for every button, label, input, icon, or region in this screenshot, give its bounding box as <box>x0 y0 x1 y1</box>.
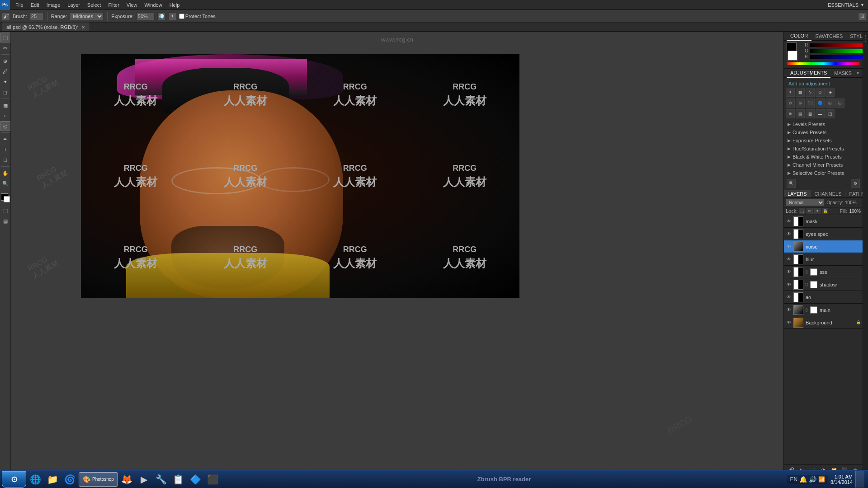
quick-mask-btn[interactable]: ⬚ <box>0 206 10 216</box>
taskbar-app8-icon[interactable]: 🔷 <box>188 471 204 488</box>
layer-background[interactable]: 👁 Background 🔒 <box>784 316 863 329</box>
adj-photo-btn[interactable]: 🔵 <box>816 99 825 108</box>
gradient-tool[interactable]: ▦ <box>0 100 10 110</box>
adj-search-btn[interactable]: 🔍 <box>787 179 796 188</box>
layer-main-visibility[interactable]: 👁 <box>786 307 792 313</box>
layer-eyes-spec-visibility[interactable]: 👁 <box>786 231 792 237</box>
screen-mode-btn[interactable]: ▤ <box>0 216 10 226</box>
dodge-tool[interactable]: ◎ <box>0 121 10 131</box>
range-select[interactable]: MidtonesShadowsHighlights <box>70 12 104 20</box>
layer-blur-visibility[interactable]: 👁 <box>786 256 792 263</box>
adj-mixer-btn[interactable]: ⊞ <box>826 99 835 108</box>
layer-noise-visibility[interactable]: 👁 <box>786 244 792 250</box>
color-tab[interactable]: COLOR <box>787 32 811 41</box>
background-swatch[interactable] <box>788 51 797 61</box>
tab-close[interactable]: ✕ <box>81 25 85 30</box>
shape-tool[interactable]: □ <box>0 155 10 165</box>
adj-threshold-btn[interactable]: ▧ <box>806 109 815 118</box>
layer-shadow[interactable]: 👁 ⬡ shadow <box>784 278 863 291</box>
exposure-presets-item[interactable]: ▶ Exposure Presets <box>786 136 861 145</box>
taskbar-firefox-icon[interactable]: 🦊 <box>119 471 135 488</box>
taskbar-ie-icon[interactable]: 🌐 <box>27 471 43 488</box>
menu-select[interactable]: Select <box>84 0 105 9</box>
clone-tool[interactable]: ✦ <box>0 77 10 87</box>
show-desktop-btn[interactable] <box>855 471 864 488</box>
layer-eyes-spec[interactable]: 👁 eyes spec <box>784 228 863 240</box>
workspace-dropdown-icon[interactable]: ▼ <box>860 3 864 7</box>
layer-sss[interactable]: 👁 ⬡ sss <box>784 266 863 278</box>
adj-curves-btn[interactable]: ∿ <box>806 88 815 97</box>
layer-main[interactable]: 👁 ⬡ main <box>784 304 863 316</box>
bw-presets-item[interactable]: ▶ Black & White Presets <box>786 153 861 161</box>
color-spectrum-bar[interactable] <box>787 62 860 66</box>
taskbar-explorer-icon[interactable]: 📁 <box>44 471 61 488</box>
lock-pixels-btn[interactable]: ✏ <box>807 208 813 214</box>
menu-edit[interactable]: Edit <box>27 0 43 9</box>
text-tool[interactable]: T <box>0 145 10 155</box>
layer-background-visibility[interactable]: 👁 <box>786 319 792 326</box>
adj-levels-btn[interactable]: ▦ <box>796 88 805 97</box>
canvas-container[interactable]: RRCG人人素材 RRCG人人素材 RRCG人人素材 RRCG人人素材 RRCG… <box>81 54 519 298</box>
brush-tool-icon[interactable]: 🖌 <box>2 12 10 20</box>
layers-tab[interactable]: LAYERS <box>784 190 811 197</box>
layer-noise[interactable]: 👁 noise <box>784 240 863 253</box>
brush-size-input[interactable]: 25 <box>30 12 43 20</box>
layer-shadow-visibility[interactable]: 👁 <box>786 282 792 288</box>
taskbar-app6-icon[interactable]: 🔧 <box>153 471 170 488</box>
adj-exposure-btn[interactable]: ⊙ <box>816 88 825 97</box>
channels-tab[interactable]: CHANNELS <box>811 190 846 197</box>
adj-colorbalance-btn[interactable]: ⊕ <box>796 99 805 108</box>
lock-transparent-btn[interactable]: ⬚ <box>799 208 805 214</box>
doc-preview-btn[interactable]: ⊡ <box>858 12 866 20</box>
adj-posterize-btn[interactable]: ▤ <box>796 109 805 118</box>
adj-bw-btn[interactable]: ⬛ <box>806 99 815 108</box>
start-button[interactable]: ⊙ <box>2 471 26 488</box>
adj-hsl-btn[interactable]: ⊘ <box>786 99 795 108</box>
panel-edge-toggle[interactable] <box>863 32 868 475</box>
clock-area[interactable]: 1:01 AM 8/14/2014 <box>830 474 853 485</box>
taskbar-chrome-icon[interactable]: 🌀 <box>61 471 78 488</box>
menu-file[interactable]: File <box>12 0 27 9</box>
huesat-presets-item[interactable]: ▶ Hue/Saturation Presets <box>786 145 861 153</box>
layer-mask[interactable]: 👁 mask <box>784 215 863 228</box>
healing-tool[interactable]: ⊕ <box>0 56 10 66</box>
taskbar-app9-icon[interactable]: ⬛ <box>205 471 221 488</box>
menu-filter[interactable]: Filter <box>104 0 123 9</box>
taskbar-media-icon[interactable]: ▶ <box>136 471 152 488</box>
levels-presets-item[interactable]: ▶ Levels Presets <box>786 120 861 128</box>
hand-tool[interactable]: ✋ <box>0 168 10 178</box>
layer-mask-visibility[interactable]: 👁 <box>786 218 792 225</box>
sample-icon[interactable]: ✦ <box>168 12 176 20</box>
document-tab[interactable]: all.psd @ 66.7% (noise, RGB/8) * ✕ <box>2 23 90 31</box>
menu-window[interactable]: Window <box>141 0 166 9</box>
adj-selective-btn[interactable]: ◰ <box>826 109 835 118</box>
adj-vibrance-btn[interactable]: ◈ <box>826 88 835 97</box>
taskbar-photoshop-app[interactable]: 🎨 Photoshop <box>79 472 118 487</box>
layer-ao-visibility[interactable]: 👁 <box>786 294 792 300</box>
layer-sss-visibility[interactable]: 👁 <box>786 269 792 275</box>
menu-layer[interactable]: Layer <box>64 0 84 9</box>
adj-invert-btn[interactable]: ⊗ <box>786 109 795 118</box>
layer-ao[interactable]: 👁 ao <box>784 291 863 304</box>
tray-icon-3[interactable]: 🔊 <box>809 476 816 483</box>
adj-colorize-btn[interactable]: ⊟ <box>835 99 844 108</box>
blend-mode-select[interactable]: NormalMultiplyScreenOverlay <box>786 199 825 206</box>
adj-panel-collapse[interactable]: ▼ <box>856 71 860 75</box>
channelmixer-presets-item[interactable]: ▶ Channel Mixer Presets <box>786 161 861 169</box>
protect-tones-checkbox[interactable] <box>179 14 184 19</box>
exposure-input[interactable] <box>137 12 155 20</box>
r-slider[interactable] <box>810 43 868 47</box>
eraser-tool[interactable]: ◻ <box>0 87 10 97</box>
b-slider[interactable] <box>810 55 868 59</box>
pen-tool[interactable]: ✒ <box>0 134 10 144</box>
selection-tool[interactable]: ⬚ <box>0 33 10 42</box>
blur-tool[interactable]: ○ <box>0 111 10 121</box>
layer-blur[interactable]: 👁 blur <box>784 253 863 266</box>
adjustments-tab[interactable]: ADJUSTMENTS <box>787 69 830 78</box>
menu-view[interactable]: View <box>123 0 141 9</box>
lock-all-btn[interactable]: 🔒 <box>822 208 828 214</box>
selectivecolor-presets-item[interactable]: ▶ Selective Color Presets <box>786 169 861 177</box>
crop-tool[interactable]: ✂ <box>0 43 10 53</box>
lock-position-btn[interactable]: ✦ <box>814 208 821 214</box>
tray-icon-2[interactable]: 🔔 <box>799 476 807 483</box>
